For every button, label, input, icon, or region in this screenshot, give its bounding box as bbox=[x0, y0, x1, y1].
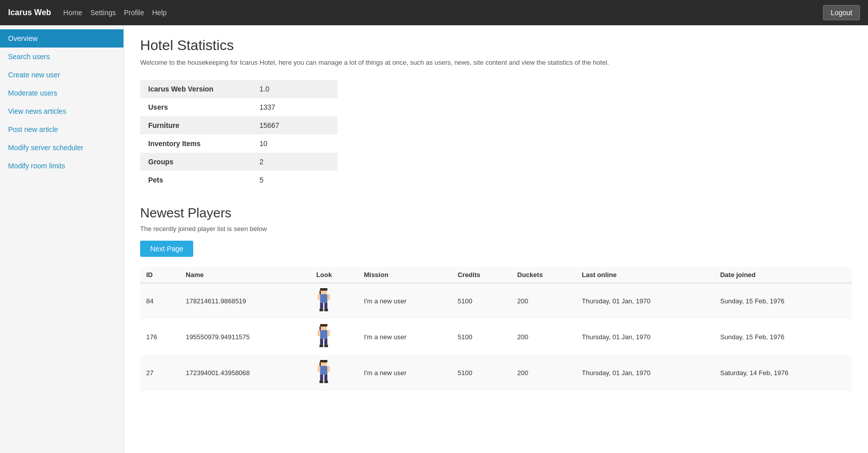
svg-rect-19 bbox=[327, 330, 330, 336]
next-page-button[interactable]: Next Page bbox=[140, 241, 193, 257]
sidebar-item-modify-room-limits[interactable]: Modify room limits bbox=[0, 157, 123, 175]
players-section-subtitle: The recently joined player list is seen … bbox=[140, 225, 852, 233]
main-content: Hotel Statistics Welcome to the housekee… bbox=[124, 25, 868, 453]
svg-rect-29 bbox=[327, 366, 330, 372]
svg-rect-22 bbox=[320, 362, 321, 366]
player-name: 195550979.94911575 bbox=[180, 319, 310, 355]
svg-rect-12 bbox=[320, 326, 321, 330]
player-mission: I'm a new user bbox=[358, 283, 451, 319]
svg-rect-11 bbox=[320, 324, 327, 327]
stat-value: 2 bbox=[251, 153, 337, 171]
svg-rect-28 bbox=[318, 366, 320, 372]
sidebar-item-view-news-articles[interactable]: View news articles bbox=[0, 102, 123, 120]
player-mission: I'm a new user bbox=[358, 355, 451, 391]
table-header: Duckets bbox=[511, 267, 576, 283]
page-subtitle: Welcome to the housekeeping for Icarus H… bbox=[140, 58, 852, 68]
navbar-link-profile[interactable]: Profile bbox=[124, 9, 144, 17]
stat-label: Pets bbox=[140, 171, 251, 189]
navbar-link-settings[interactable]: Settings bbox=[90, 9, 116, 17]
table-header: Date joined bbox=[714, 267, 852, 283]
stats-row: Icarus Web Version1.0 bbox=[140, 80, 337, 98]
player-date-joined: Sunday, 15 Feb, 1976 bbox=[714, 319, 852, 355]
stat-value: 10 bbox=[251, 134, 337, 153]
player-duckets: 200 bbox=[511, 319, 576, 355]
stats-row: Users1337 bbox=[140, 98, 337, 116]
svg-rect-24 bbox=[320, 374, 323, 380]
svg-rect-2 bbox=[320, 290, 321, 294]
player-look bbox=[310, 283, 358, 319]
player-credits: 5100 bbox=[452, 355, 511, 391]
svg-rect-6 bbox=[320, 308, 323, 311]
svg-rect-3 bbox=[320, 294, 327, 303]
svg-rect-15 bbox=[324, 338, 327, 344]
table-row: 176195550979.94911575 I'm a new user5100… bbox=[140, 319, 852, 355]
table-header: Credits bbox=[452, 267, 511, 283]
stats-row: Groups2 bbox=[140, 153, 337, 171]
svg-rect-17 bbox=[324, 344, 328, 347]
logout-button[interactable]: Logout bbox=[823, 5, 860, 20]
svg-rect-8 bbox=[318, 294, 320, 300]
stat-value: 5 bbox=[251, 171, 337, 189]
table-row: 27172394001.43958068 I'm a new user51002… bbox=[140, 355, 852, 391]
player-id: 176 bbox=[140, 319, 180, 355]
app-brand: Icarus Web bbox=[8, 8, 51, 17]
page-title: Hotel Statistics bbox=[140, 37, 852, 54]
player-last-online: Thursday, 01 Jan, 1970 bbox=[576, 355, 714, 391]
player-avatar bbox=[316, 288, 331, 312]
app-layout: OverviewSearch usersCreate new userModer… bbox=[0, 25, 868, 453]
player-mission: I'm a new user bbox=[358, 319, 451, 355]
players-table: IDNameLookMissionCreditsDucketsLast onli… bbox=[140, 267, 852, 391]
svg-rect-1 bbox=[320, 288, 327, 291]
sidebar: OverviewSearch usersCreate new userModer… bbox=[0, 25, 124, 453]
navbar-link-home[interactable]: Home bbox=[63, 9, 82, 17]
svg-rect-13 bbox=[320, 330, 327, 339]
stats-row: Furniture15667 bbox=[140, 116, 337, 134]
sidebar-item-post-new-article[interactable]: Post new article bbox=[0, 120, 123, 139]
svg-rect-18 bbox=[318, 330, 320, 336]
player-look bbox=[310, 319, 358, 355]
player-last-online: Thursday, 01 Jan, 1970 bbox=[576, 319, 714, 355]
player-duckets: 200 bbox=[511, 355, 576, 391]
svg-rect-27 bbox=[324, 380, 328, 383]
svg-rect-4 bbox=[320, 302, 323, 308]
sidebar-item-overview[interactable]: Overview bbox=[0, 29, 123, 48]
svg-rect-9 bbox=[327, 294, 330, 300]
table-header: Name bbox=[180, 267, 310, 283]
svg-rect-21 bbox=[320, 360, 327, 363]
stat-value: 1.0 bbox=[251, 80, 337, 98]
sidebar-item-search-users[interactable]: Search users bbox=[0, 48, 123, 66]
table-header: ID bbox=[140, 267, 180, 283]
player-last-online: Thursday, 01 Jan, 1970 bbox=[576, 283, 714, 319]
table-header: Look bbox=[310, 267, 358, 283]
player-name: 178214611.9868519 bbox=[180, 283, 310, 319]
table-header: Last online bbox=[576, 267, 714, 283]
player-name: 172394001.43958068 bbox=[180, 355, 310, 391]
stat-label: Users bbox=[140, 98, 251, 116]
svg-rect-26 bbox=[320, 380, 323, 383]
sidebar-item-modify-server-scheduler[interactable]: Modify server scheduler bbox=[0, 139, 123, 157]
navbar-link-help[interactable]: Help bbox=[152, 9, 167, 17]
player-duckets: 200 bbox=[511, 283, 576, 319]
svg-rect-25 bbox=[324, 374, 327, 380]
player-credits: 5100 bbox=[452, 319, 511, 355]
sidebar-item-create-new-user[interactable]: Create new user bbox=[0, 66, 123, 84]
stat-value: 15667 bbox=[251, 116, 337, 134]
player-id: 27 bbox=[140, 355, 180, 391]
svg-rect-14 bbox=[320, 338, 323, 344]
stat-label: Icarus Web Version bbox=[140, 80, 251, 98]
svg-rect-16 bbox=[320, 344, 323, 347]
players-section-title: Newest Players bbox=[140, 205, 852, 221]
stats-row: Pets5 bbox=[140, 171, 337, 189]
stat-label: Inventory Items bbox=[140, 134, 251, 153]
navbar: Icarus Web HomeSettingsProfileHelp Logou… bbox=[0, 0, 868, 25]
player-id: 84 bbox=[140, 283, 180, 319]
player-avatar bbox=[316, 324, 331, 348]
table-row: 84178214611.9868519 I'm a new user510020… bbox=[140, 283, 852, 319]
svg-rect-7 bbox=[324, 308, 328, 311]
svg-rect-5 bbox=[324, 302, 327, 308]
svg-rect-23 bbox=[320, 366, 327, 375]
sidebar-item-moderate-users[interactable]: Moderate users bbox=[0, 84, 123, 102]
stats-row: Inventory Items10 bbox=[140, 134, 337, 153]
stat-value: 1337 bbox=[251, 98, 337, 116]
player-avatar bbox=[316, 360, 331, 384]
